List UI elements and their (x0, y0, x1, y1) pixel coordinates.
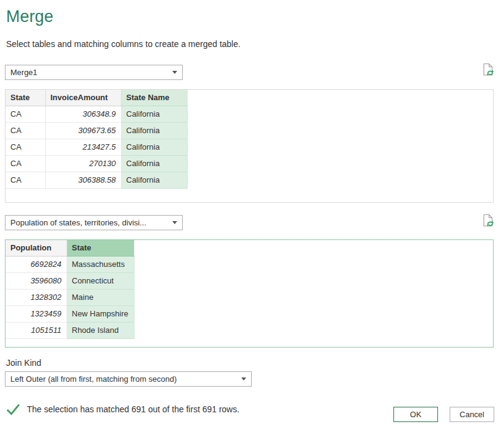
second-table-selector[interactable]: Population of states, territories, divis… (5, 215, 183, 230)
cell[interactable]: Massachusetts (67, 257, 134, 273)
table-row: 1323459 New Hampshire (5, 306, 134, 323)
cell[interactable]: California (121, 156, 187, 172)
cell[interactable]: CA (5, 156, 45, 172)
match-status-message: The selection has matched 691 out of the… (27, 404, 239, 414)
column-header-state[interactable]: State (5, 90, 45, 106)
cell[interactable]: CA (5, 139, 45, 156)
column-header-population[interactable]: Population (5, 240, 67, 257)
cell[interactable]: 309673.65 (45, 123, 121, 139)
cancel-button[interactable]: Cancel (450, 407, 494, 422)
dialog-subtitle: Select tables and matching columns to cr… (6, 39, 241, 49)
second-table-preview: Population State 6692824 Massachusetts 3… (5, 239, 494, 348)
page-title: Merge (6, 7, 54, 26)
preview-table-second: Population State 6692824 Massachusetts 3… (5, 240, 134, 339)
refresh-preview-icon[interactable] (481, 213, 495, 229)
chevron-down-icon (241, 377, 246, 381)
header-row: State InvoiceAmount State Name (5, 90, 187, 106)
table-row: 1051511 Rhode Island (5, 323, 134, 339)
cell[interactable]: New Hampshire (67, 306, 134, 323)
cell[interactable]: California (121, 172, 187, 189)
table-row: 1328302 Maine (5, 290, 134, 306)
preview-table-first: State InvoiceAmount State Name CA 306348… (5, 90, 188, 189)
cell[interactable]: 6692824 (5, 257, 67, 273)
cell[interactable]: CA (5, 106, 45, 123)
chevron-down-icon (172, 221, 177, 224)
cell[interactable]: California (121, 106, 187, 123)
first-table-selector[interactable]: Merge1 (5, 65, 183, 80)
cell[interactable]: 1323459 (5, 306, 67, 323)
refresh-preview-icon[interactable] (481, 62, 495, 78)
column-header-state-name-selected[interactable]: State Name (121, 90, 187, 106)
table-row: CA 213427.5 California (5, 139, 187, 156)
table-row: CA 306388.58 California (5, 172, 187, 189)
table-row: 3596080 Connecticut (5, 273, 134, 290)
cell[interactable]: CA (5, 172, 45, 189)
table-row: CA 306348.9 California (5, 106, 187, 123)
cell[interactable]: 1051511 (5, 323, 67, 339)
header-row: Population State (5, 240, 134, 257)
table-row: 6692824 Massachusetts (5, 257, 134, 273)
column-header-state-selected[interactable]: State (67, 240, 134, 257)
column-header-invoiceamount[interactable]: InvoiceAmount (45, 90, 121, 106)
chevron-down-icon (172, 71, 177, 74)
cell[interactable]: Rhode Island (67, 323, 134, 339)
match-status: The selection has matched 691 out of the… (6, 403, 239, 416)
cell[interactable]: 306348.9 (45, 106, 121, 123)
second-table-selector-value: Population of states, territories, divis… (10, 218, 147, 227)
first-table-selector-value: Merge1 (10, 68, 37, 77)
join-kind-selector[interactable]: Left Outer (all from first, matching fro… (5, 371, 252, 387)
ok-button[interactable]: OK (393, 407, 438, 422)
cell[interactable]: CA (5, 123, 45, 139)
table-row: CA 309673.65 California (5, 123, 187, 139)
table-row: CA 270130 California (5, 156, 187, 172)
join-kind-label: Join Kind (6, 358, 42, 368)
cell[interactable]: Connecticut (67, 273, 134, 290)
join-kind-value: Left Outer (all from first, matching fro… (10, 374, 177, 384)
cell[interactable]: 1328302 (5, 290, 67, 306)
merge-dialog: { "dialog": { "title": "Merge", "subtitl… (0, 0, 504, 441)
cell[interactable]: 306388.58 (45, 172, 121, 189)
cell[interactable]: California (121, 123, 187, 139)
cell[interactable]: 3596080 (5, 273, 67, 290)
cell[interactable]: California (121, 139, 187, 156)
cell[interactable]: 213427.5 (45, 139, 121, 156)
first-table-preview: State InvoiceAmount State Name CA 306348… (5, 89, 494, 203)
cell[interactable]: Maine (67, 290, 134, 306)
cell[interactable]: 270130 (45, 156, 121, 172)
checkmark-icon (6, 403, 20, 416)
